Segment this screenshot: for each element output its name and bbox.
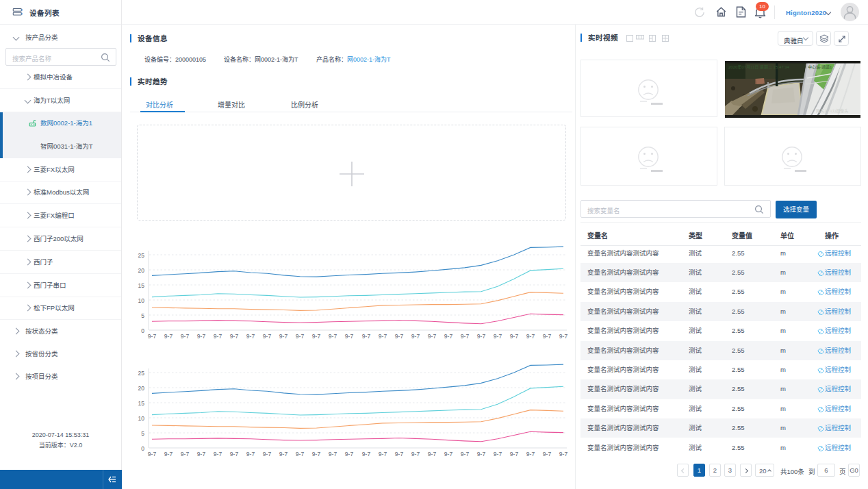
svg-text:9-7: 9-7	[230, 451, 239, 457]
svg-text:9-7: 9-7	[246, 451, 255, 457]
svg-text:9-7: 9-7	[164, 451, 173, 457]
svg-text:9-7: 9-7	[444, 451, 453, 457]
svg-text:5: 5	[141, 430, 144, 437]
svg-text:9-7: 9-7	[197, 451, 206, 457]
svg-text:9-7: 9-7	[395, 451, 404, 457]
svg-text:9-7: 9-7	[428, 451, 437, 457]
svg-text:9-7: 9-7	[148, 451, 157, 457]
svg-text:9-7: 9-7	[461, 451, 470, 457]
svg-text:20: 20	[138, 385, 145, 392]
svg-text:9-7: 9-7	[296, 451, 305, 457]
svg-text:9-7: 9-7	[494, 451, 502, 457]
svg-text:9-7: 9-7	[263, 451, 272, 457]
svg-text:10: 10	[138, 415, 145, 422]
svg-text:9-7: 9-7	[345, 451, 354, 457]
svg-text:9-7: 9-7	[526, 451, 535, 457]
svg-text:9-7: 9-7	[214, 451, 222, 457]
svg-text:网关JT1(1)摄像头: 网关JT1(1)摄像头	[816, 108, 848, 114]
svg-text:9-7: 9-7	[379, 451, 387, 457]
svg-text:9-7: 9-7	[279, 451, 288, 457]
svg-text:9-7: 9-7	[543, 451, 552, 457]
svg-text:中心站-通道1: 中心站-通道1	[808, 64, 832, 70]
svg-text:9-7: 9-7	[329, 451, 337, 457]
svg-text:9-7: 9-7	[559, 451, 568, 457]
svg-text:25: 25	[138, 370, 145, 377]
svg-text:9-7: 9-7	[477, 451, 486, 457]
svg-text:0: 0	[141, 445, 144, 452]
svg-text:15: 15	[138, 400, 145, 407]
svg-text:9-7: 9-7	[312, 451, 321, 457]
svg-text:2020年07月11日 星期二 15:47:34: 2020年07月11日 星期二 15:47:34	[728, 64, 790, 70]
svg-text:9-7: 9-7	[411, 451, 420, 457]
svg-text:9-7: 9-7	[181, 451, 190, 457]
svg-text:9-7: 9-7	[510, 451, 519, 457]
svg-text:9-7: 9-7	[362, 451, 371, 457]
